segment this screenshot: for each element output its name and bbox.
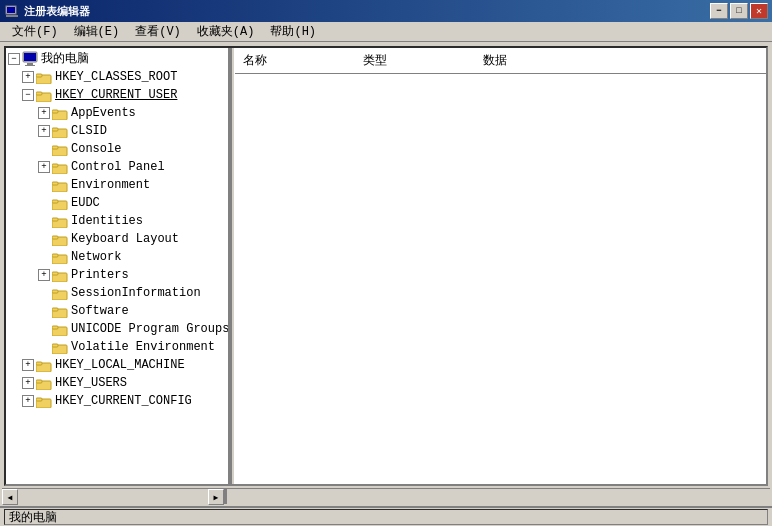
hkcc-label: HKEY_CURRENT_CONFIG: [55, 393, 192, 409]
clsid-expand[interactable]: +: [38, 125, 50, 137]
tree-software[interactable]: Software: [6, 302, 228, 320]
svg-rect-1: [7, 7, 15, 13]
content-area: − 我的电脑 + HKEY_CLASSES_ROOT: [4, 46, 768, 486]
folder-icon: [52, 287, 68, 300]
folder-open-icon: [36, 89, 52, 102]
tree-hkcc[interactable]: + HKEY_CURRENT_CONFIG: [6, 392, 228, 410]
svg-rect-40: [36, 362, 42, 365]
svg-rect-2: [6, 15, 18, 17]
svg-rect-14: [52, 128, 58, 131]
si-label: SessionInformation: [71, 285, 201, 301]
col-name: 名称: [235, 50, 355, 71]
printers-expand[interactable]: +: [38, 269, 50, 281]
maximize-button[interactable]: □: [730, 3, 748, 19]
menu-help[interactable]: 帮助(H): [262, 21, 324, 42]
tree-hscroll: ◀ ▶: [2, 489, 227, 504]
window-controls: − □ ✕: [710, 3, 768, 19]
ve-label: Volatile Environment: [71, 339, 215, 355]
folder-icon: [52, 233, 68, 246]
folder-icon: [36, 395, 52, 408]
folder-icon: [52, 143, 68, 156]
folder-icon: [52, 305, 68, 318]
scroll-right[interactable]: ▶: [208, 489, 224, 505]
hkcc-expand[interactable]: +: [22, 395, 34, 407]
minimize-button[interactable]: −: [710, 3, 728, 19]
appevents-expand[interactable]: +: [38, 107, 50, 119]
folder-icon: [36, 377, 52, 390]
svg-rect-6: [25, 65, 35, 66]
folder-icon: [52, 179, 68, 192]
tree-control-panel[interactable]: + Control Panel: [6, 158, 228, 176]
menu-file[interactable]: 文件(F): [4, 21, 66, 42]
menu-bar: 文件(F) 编辑(E) 查看(V) 收藏夹(A) 帮助(H): [0, 22, 772, 42]
right-panel: 名称 类型 数据: [235, 48, 766, 484]
folder-icon: [36, 359, 52, 372]
tree-panel: − 我的电脑 + HKEY_CLASSES_ROOT: [6, 48, 231, 484]
tree-hkey-current-user[interactable]: − HKEY_CURRENT_USER: [6, 86, 228, 104]
tree-network[interactable]: Network: [6, 248, 228, 266]
scroll-left[interactable]: ◀: [2, 489, 18, 505]
kbl-label: Keyboard Layout: [71, 231, 179, 247]
computer-icon: [22, 51, 38, 67]
tree-hklm[interactable]: + HKEY_LOCAL_MACHINE: [6, 356, 228, 374]
col-type: 类型: [355, 50, 475, 71]
close-button[interactable]: ✕: [750, 3, 768, 19]
tree-printers[interactable]: + Printers: [6, 266, 228, 284]
folder-icon: [52, 197, 68, 210]
status-bar: 我的电脑: [0, 506, 772, 526]
svg-rect-12: [52, 110, 58, 113]
svg-rect-30: [52, 272, 58, 275]
hkcu-label: HKEY_CURRENT_USER: [55, 87, 177, 103]
scroll-track[interactable]: [18, 489, 208, 505]
folder-icon: [52, 251, 68, 264]
tree-clsid[interactable]: + CLSID: [6, 122, 228, 140]
svg-rect-42: [36, 380, 42, 383]
hku-expand[interactable]: +: [22, 377, 34, 389]
svg-rect-26: [52, 236, 58, 239]
folder-icon: [52, 161, 68, 174]
printers-label: Printers: [71, 267, 129, 283]
menu-view[interactable]: 查看(V): [127, 21, 189, 42]
root-expand[interactable]: −: [8, 53, 20, 65]
svg-rect-8: [36, 74, 42, 77]
sw-label: Software: [71, 303, 129, 319]
svg-rect-32: [52, 290, 58, 293]
svg-rect-16: [52, 146, 58, 149]
tree-volatile-env[interactable]: Volatile Environment: [6, 338, 228, 356]
tree-console[interactable]: Console: [6, 140, 228, 158]
svg-rect-18: [52, 164, 58, 167]
tree-root[interactable]: − 我的电脑: [6, 50, 228, 68]
tree-environment[interactable]: Environment: [6, 176, 228, 194]
tree-scrollbar: ◀ ▶: [2, 488, 770, 504]
right-scroll-area: [227, 489, 770, 504]
hklm-expand[interactable]: +: [22, 359, 34, 371]
tree-identities[interactable]: Identities: [6, 212, 228, 230]
status-text: 我的电脑: [4, 509, 768, 525]
hkcr-label: HKEY_CLASSES_ROOT: [55, 69, 177, 85]
tree-unicode-pg[interactable]: UNICODE Program Groups: [6, 320, 228, 338]
clsid-label: CLSID: [71, 123, 107, 139]
hklm-label: HKEY_LOCAL_MACHINE: [55, 357, 185, 373]
menu-favorites[interactable]: 收藏夹(A): [189, 21, 263, 42]
ident-label: Identities: [71, 213, 143, 229]
svg-rect-5: [27, 63, 33, 65]
hku-label: HKEY_USERS: [55, 375, 127, 391]
tree-hku[interactable]: + HKEY_USERS: [6, 374, 228, 392]
tree-keyboard-layout[interactable]: Keyboard Layout: [6, 230, 228, 248]
tree-eudc[interactable]: EUDC: [6, 194, 228, 212]
menu-edit[interactable]: 编辑(E): [66, 21, 128, 42]
folder-icon: [36, 71, 52, 84]
col-data: 数据: [475, 50, 595, 71]
hkcu-expand[interactable]: −: [22, 89, 34, 101]
hkcr-expand[interactable]: +: [22, 71, 34, 83]
cp-expand[interactable]: +: [38, 161, 50, 173]
env-label: Environment: [71, 177, 150, 193]
svg-rect-10: [36, 92, 42, 95]
tree-session-info[interactable]: SessionInformation: [6, 284, 228, 302]
tree-hkey-classes-root[interactable]: + HKEY_CLASSES_ROOT: [6, 68, 228, 86]
app-icon: [4, 3, 20, 19]
tree-appevents[interactable]: + AppEvents: [6, 104, 228, 122]
eudc-label: EUDC: [71, 195, 100, 211]
svg-rect-28: [52, 254, 58, 257]
column-headers: 名称 类型 数据: [235, 48, 766, 74]
